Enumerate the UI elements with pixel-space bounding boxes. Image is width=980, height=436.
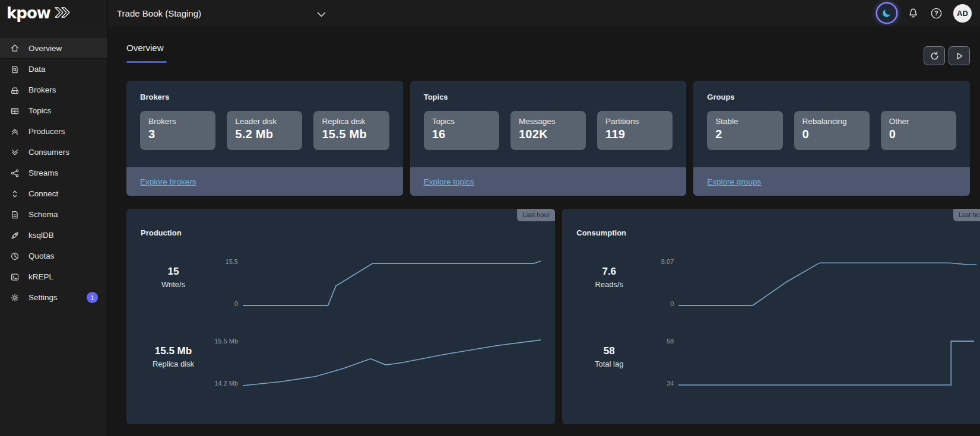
replica-disk-sparkline [243,338,541,387]
cluster-selector[interactable]: Trade Book (Staging) [117,7,326,20]
sidebar-item-producers[interactable]: Producers [0,121,107,142]
stat-tile-other: Other 0 [881,111,956,150]
sidebar-item-krepl[interactable]: kREPL [0,266,107,287]
stat-label: Stable [715,117,774,126]
stat-label: Other [889,117,948,126]
table-icon [9,106,20,116]
stat-value: 0 [889,128,948,141]
stat-tile-topics: Topics 16 [424,111,499,150]
stat-label: Topics [432,117,491,126]
sidebar-item-consumers[interactable]: Consumers [0,142,107,163]
stat-label: Leader disk [235,117,294,126]
sidebar-item-settings[interactable]: Settings 1 [0,287,107,308]
sidebar-item-ksqldb[interactable]: ksqlDB [0,225,107,246]
sidebar-item-schema[interactable]: Schema [0,204,107,225]
card-title: Brokers [126,81,403,101]
sidebar: Overview Data Brokers Topics Producers [0,26,108,436]
stat-label: Rebalancing [803,117,861,126]
sidebar-item-brokers[interactable]: Brokers [0,79,107,100]
stat-label: Partitions [605,117,664,126]
stat-value: 119 [605,128,664,141]
notifications-bell-icon[interactable] [907,7,919,20]
chevron-down-icon [317,9,326,20]
refresh-icon [930,51,940,61]
sidebar-item-label: Connect [28,189,58,198]
stat-value: 3 [148,128,207,141]
stat-value: 15.5 Mb [322,128,380,141]
explore-topics-link[interactable]: Explore topics [424,177,474,186]
sidebar-item-quotas[interactable]: Quotas [0,246,107,266]
replica-disk-label: Replica disk [141,359,206,368]
drive-icon [9,85,20,95]
total-lag-value: 58 [576,345,642,357]
writes-value: 15 [141,266,206,278]
card-footer: Explore brokers [126,167,403,196]
user-avatar[interactable]: AD [953,4,972,23]
sidebar-item-label: Quotas [28,252,55,260]
writes-sparkline [243,259,541,307]
stat-value: 102K [519,128,578,141]
stat-value: 16 [432,128,491,141]
reads-label: Reads/s [576,280,642,289]
settings-badge: 1 [87,292,98,303]
sidebar-item-label: Settings [28,293,58,302]
sidebar-item-topics[interactable]: Topics [0,100,107,121]
sidebar-item-overview[interactable]: Overview [0,38,107,59]
theme-toggle-moon-icon[interactable] [877,4,896,23]
explore-groups-link[interactable]: Explore groups [707,177,761,186]
consumption-chart-card: Last hour Consumption 7.6 Reads/s 8.07 0 [562,209,980,424]
chart-title: Production [141,228,541,237]
sidebar-item-label: Producers [28,127,65,136]
chart-title: Consumption [576,228,976,237]
home-icon [9,43,20,53]
writes-chart-row: 15 Write/s 15.5 0 [141,259,541,307]
pie-icon [9,251,20,261]
sidebar-item-streams[interactable]: Streams [0,163,107,183]
sidebar-item-data[interactable]: Data [0,59,107,79]
sidebar-item-label: Consumers [28,148,69,157]
total-lag-sparkline [678,338,976,387]
gear-icon [9,292,20,303]
topbar-actions: ? AD [877,4,980,23]
help-icon[interactable]: ? [930,7,943,20]
reads-value: 7.6 [576,266,642,278]
document-icon [9,209,20,219]
stat-value: 2 [715,128,774,141]
tab-overview-label: Overview [126,43,167,53]
stat-value: 5.2 Mb [235,128,294,141]
explore-brokers-link[interactable]: Explore brokers [140,177,196,186]
y-axis-labels: 15.5 Mb 14.2 Mb [206,338,243,387]
time-range-badge: Last hour [953,209,980,221]
top-bar: kpow Trade Book (Staging) [0,0,980,26]
stat-label: Brokers [148,117,207,126]
total-lag-label: Total lag [576,359,642,368]
logo-area: kpow [0,0,108,26]
card-footer: Explore topics [410,167,687,196]
stat-tile-brokers: Brokers 3 [140,111,215,150]
sidebar-item-connect[interactable]: Connect [0,183,107,204]
sidebar-item-label: Brokers [28,85,56,94]
stat-tile-messages: Messages 102K [510,111,586,150]
kpow-logo: kpow [7,5,50,21]
brokers-card: Brokers Brokers 3 Leader disk 5.2 Mb Rep… [126,81,403,196]
stat-tile-stable: Stable 2 [707,111,782,150]
writes-label: Write/s [141,280,206,289]
reads-sparkline [678,259,976,307]
sidebar-item-label: Data [28,65,46,74]
card-title: Topics [410,81,687,101]
refresh-button[interactable] [924,46,945,65]
svg-text:?: ? [934,9,938,17]
sidebar-item-label: Schema [28,210,58,219]
stat-label: Messages [519,117,578,126]
stat-tile-partitions: Partitions 119 [597,111,673,150]
tab-overview[interactable]: Overview [126,43,167,63]
replica-disk-value: 15.5 Mb [141,345,206,357]
stat-tile-replica-disk: Replica disk 15.5 Mb [313,111,389,150]
y-axis-labels: 8.07 0 [642,259,678,307]
production-chart-card: Last hour Production 15 Write/s 15.5 0 [126,209,555,424]
y-axis-labels: 15.5 0 [206,259,243,307]
share-icon [9,168,20,178]
play-button[interactable] [949,46,970,65]
chevrons-down-icon [9,147,20,157]
sidebar-item-label: kREPL [28,272,53,281]
